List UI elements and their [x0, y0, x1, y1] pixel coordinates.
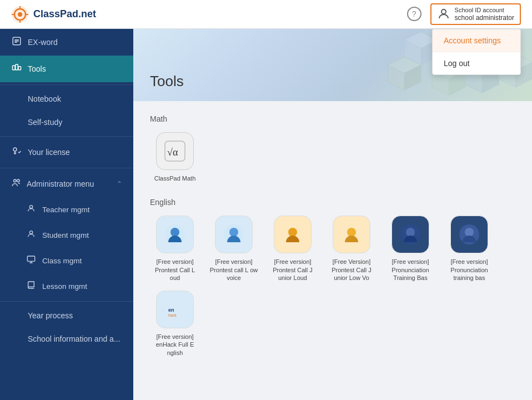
sidebar-label-ex-word: EX-word — [28, 38, 58, 47]
sidebar-item-tools[interactable]: Tools — [0, 56, 133, 82]
tool-pronunciation-basic1[interactable]: [Free version] Pronunciation Training Ba… — [385, 216, 435, 282]
admin-icon — [11, 178, 21, 189]
lesson-icon — [26, 281, 37, 292]
sidebar-item-teacher-mgmt[interactable]: Teacher mgmt — [0, 197, 133, 222]
sidebar: EX-word Tools Notebook Self-study Your l — [0, 29, 133, 400]
svg-point-50 — [406, 228, 415, 237]
sidebar-label-teacher-mgmt: Teacher mgmt — [42, 206, 90, 214]
svg-point-42 — [170, 228, 179, 237]
prontest-loud-label: [Free version] Prontest Call L oud — [150, 258, 200, 282]
teacher-icon — [26, 204, 37, 215]
svg-point-44 — [229, 228, 238, 237]
prontest-low-icon — [215, 216, 253, 253]
english-tools-grid: [Free version] Prontest Call L oud [Free… — [150, 216, 515, 357]
sidebar-item-lesson-mgmt[interactable]: Lesson mgmt — [0, 273, 133, 299]
sidebar-item-notebook[interactable]: Notebook — [0, 87, 133, 111]
account-id: School ID account — [455, 7, 514, 14]
svg-text:en: en — [168, 307, 174, 313]
sidebar-label-lesson-mgmt: Lesson mgmt — [42, 282, 87, 291]
enhack-label: [Free version] enHack Full E nglish — [150, 333, 200, 357]
sidebar-divider-2 — [0, 136, 133, 137]
svg-point-48 — [347, 228, 356, 237]
sidebar-label-your-license: Your license — [28, 148, 70, 157]
svg-point-12 — [13, 148, 17, 151]
help-button[interactable]: ? — [407, 7, 421, 21]
tool-prontest-loud[interactable]: [Free version] Prontest Call L oud — [150, 216, 200, 282]
admin-menu-chevron: ⌃ — [117, 180, 122, 188]
sidebar-item-student-mgmt[interactable]: Student mgmt — [0, 222, 133, 248]
pronunciation-basic2-label: [Free version] Pronunciation training ba… — [444, 258, 494, 282]
english-section: English [Free version] Prontest Call L o… — [150, 198, 515, 357]
account-avatar-icon — [437, 7, 450, 21]
prontest-junior-loud-icon — [274, 216, 312, 253]
logo-icon — [11, 6, 29, 23]
tool-prontest-junior-loud[interactable]: [Free version] Prontest Call J unior Lou… — [268, 216, 318, 282]
admin-menu-left: Administrator menu — [11, 178, 94, 189]
svg-text:hack: hack — [168, 313, 177, 317]
sidebar-label-self-study: Self-study — [28, 118, 62, 127]
header: ClassPad.net ? School ID account school … — [0, 0, 532, 29]
svg-rect-11 — [18, 67, 21, 70]
svg-point-14 — [17, 179, 20, 182]
sidebar-item-self-study[interactable]: Self-study — [0, 111, 133, 134]
svg-rect-10 — [16, 64, 18, 70]
math-section: Math √α ClassPad Math — [150, 114, 515, 182]
help-label: ? — [412, 9, 416, 18]
prontest-loud-icon — [156, 216, 194, 253]
logo[interactable]: ClassPad.net — [11, 6, 96, 23]
tool-classpad-math[interactable]: √α ClassPad Math — [150, 132, 200, 182]
prontest-jr-loud-img — [282, 223, 304, 246]
sidebar-divider-1 — [0, 84, 133, 85]
account-role: school administrator — [455, 14, 514, 22]
account-settings-item[interactable]: Account settings — [433, 29, 520, 52]
tools-icon — [11, 63, 22, 75]
classpad-math-label: ClassPad Math — [154, 174, 196, 182]
enhack-img: en hack — [164, 298, 186, 321]
svg-point-46 — [288, 228, 297, 237]
svg-point-16 — [29, 231, 32, 234]
sidebar-label-student-mgmt: Student mgmt — [42, 231, 89, 239]
prontest-junior-loud-label: [Free version] Prontest Call J unior Lou… — [268, 258, 318, 282]
svg-text:√α: √α — [167, 147, 178, 158]
pronunciation-basic2-img — [458, 223, 480, 246]
tool-pronunciation-basic2[interactable]: [Free version] Pronunciation training ba… — [444, 216, 494, 282]
sidebar-item-admin-menu[interactable]: Administrator menu ⌃ — [0, 171, 133, 197]
main-content: Tools — [133, 29, 532, 400]
account-button[interactable]: School ID account school administrator — [430, 3, 521, 26]
tool-prontest-low[interactable]: [Free version] Prontest call L ow voice — [209, 216, 259, 282]
prontest-junior-low-icon — [333, 216, 370, 253]
tool-prontest-junior-low[interactable]: [Free Version] Prontest Call J unior Low… — [327, 216, 377, 282]
sidebar-item-class-mgmt[interactable]: Class mgmt — [0, 248, 133, 273]
svg-point-13 — [14, 179, 17, 182]
svg-rect-9 — [13, 66, 16, 70]
license-icon — [11, 146, 22, 158]
svg-rect-17 — [27, 256, 34, 261]
english-section-title: English — [150, 198, 515, 207]
sidebar-item-school-info[interactable]: School information and a... — [0, 327, 133, 351]
sidebar-label-admin-menu: Administrator menu — [27, 179, 94, 188]
classpad-math-icon: √α — [156, 132, 194, 170]
pronunciation-basic1-img — [399, 223, 421, 246]
sidebar-item-year-process[interactable]: Year process — [0, 304, 133, 327]
sidebar-divider-3 — [0, 168, 133, 168]
page-title: Tools — [150, 73, 184, 90]
logo-text: ClassPad.net — [33, 8, 96, 20]
enhack-icon: en hack — [156, 291, 194, 328]
svg-point-2 — [18, 12, 22, 17]
logout-item[interactable]: Log out — [433, 52, 520, 74]
sidebar-item-ex-word[interactable]: EX-word — [0, 29, 133, 56]
student-icon — [26, 229, 37, 241]
svg-point-15 — [29, 206, 32, 208]
header-right: ? School ID account school administrator… — [407, 3, 521, 26]
math-tools-grid: √α ClassPad Math — [150, 132, 515, 182]
svg-point-7 — [441, 9, 446, 14]
pronunciation-basic2-icon — [450, 216, 488, 253]
sidebar-label-year-process: Year process — [28, 311, 73, 320]
prontest-junior-low-label: [Free Version] Prontest Call J unior Low… — [327, 258, 377, 282]
ex-word-icon — [11, 36, 22, 48]
prontest-low-img — [223, 223, 245, 246]
tool-enhack[interactable]: en hack [Free version] enHack Full E ngl… — [150, 291, 200, 357]
sidebar-label-tools: Tools — [28, 64, 46, 73]
math-formula-icon: √α — [163, 139, 187, 163]
sidebar-item-your-license[interactable]: Your license — [0, 139, 133, 166]
